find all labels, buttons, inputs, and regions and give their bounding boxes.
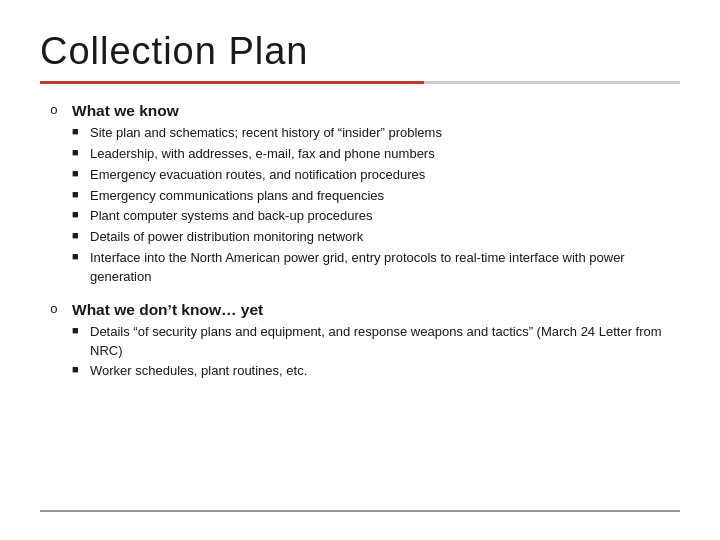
outer-bullet-1: o (50, 103, 72, 118)
list-item: ■ Interface into the North American powe… (72, 249, 680, 287)
sub-list-2: ■ Details “of security plans and equipme… (72, 323, 680, 382)
list-item: ■ Emergency evacuation routes, and notif… (72, 166, 680, 185)
inner-bullet: ■ (72, 147, 90, 159)
inner-bullet: ■ (72, 168, 90, 180)
list-item: ■ Details “of security plans and equipme… (72, 323, 680, 361)
item-text: Emergency evacuation routes, and notific… (90, 166, 425, 185)
section-title-1: What we know (72, 102, 179, 120)
section-what-we-dont-know: o What we don’t know… yet ■ Details “of … (50, 301, 680, 382)
content-area: o What we know ■ Site plan and schematic… (40, 102, 680, 381)
list-item: ■ Details of power distribution monitori… (72, 228, 680, 247)
slide-title: Collection Plan (40, 30, 680, 73)
list-item: ■ Plant computer systems and back-up pro… (72, 207, 680, 226)
inner-bullet: ■ (72, 325, 90, 337)
item-text: Details “of security plans and equipment… (90, 323, 680, 361)
inner-bullet: ■ (72, 189, 90, 201)
slide: Collection Plan o What we know ■ Site pl… (0, 0, 720, 540)
item-text: Details of power distribution monitoring… (90, 228, 363, 247)
inner-bullet: ■ (72, 126, 90, 138)
item-text: Leadership, with addresses, e-mail, fax … (90, 145, 435, 164)
inner-bullet: ■ (72, 364, 90, 376)
inner-bullet: ■ (72, 209, 90, 221)
list-item: ■ Site plan and schematics; recent histo… (72, 124, 680, 143)
inner-bullet: ■ (72, 230, 90, 242)
item-text: Interface into the North American power … (90, 249, 680, 287)
section-what-we-know: o What we know ■ Site plan and schematic… (50, 102, 680, 287)
section-header-2: o What we don’t know… yet (50, 301, 680, 319)
sub-list-1: ■ Site plan and schematics; recent histo… (72, 124, 680, 287)
item-text: Emergency communications plans and frequ… (90, 187, 384, 206)
section-title-2: What we don’t know… yet (72, 301, 263, 319)
inner-bullet: ■ (72, 251, 90, 263)
bottom-divider (40, 510, 680, 512)
outer-bullet-2: o (50, 302, 72, 317)
item-text: Plant computer systems and back-up proce… (90, 207, 373, 226)
list-item: ■ Worker schedules, plant routines, etc. (72, 362, 680, 381)
item-text: Site plan and schematics; recent history… (90, 124, 442, 143)
item-text: Worker schedules, plant routines, etc. (90, 362, 307, 381)
title-underline (40, 81, 680, 84)
section-header-1: o What we know (50, 102, 680, 120)
list-item: ■ Leadership, with addresses, e-mail, fa… (72, 145, 680, 164)
list-item: ■ Emergency communications plans and fre… (72, 187, 680, 206)
